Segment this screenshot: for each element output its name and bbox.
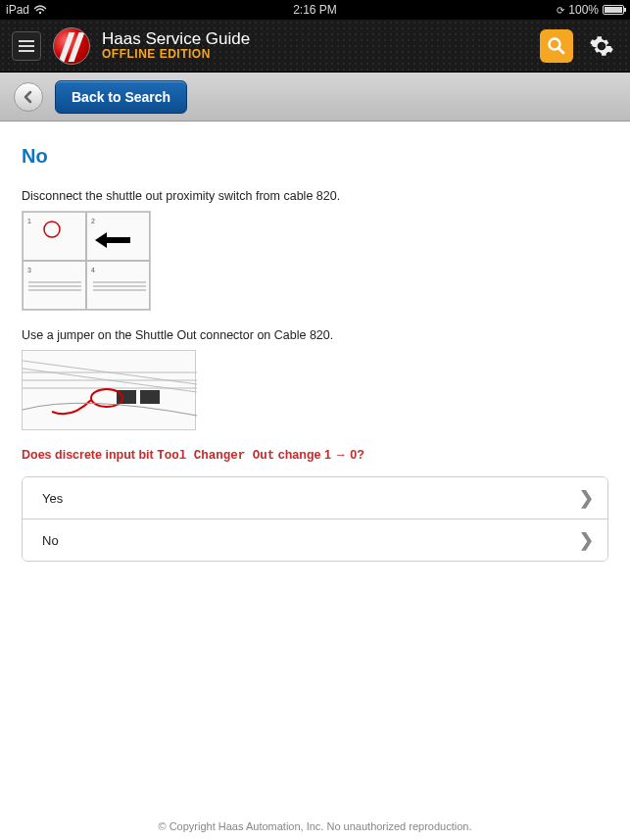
clock: 2:16 PM	[293, 3, 337, 17]
search-icon	[547, 36, 566, 56]
orientation-lock-icon: ⟳	[557, 5, 564, 16]
wifi-icon	[33, 5, 47, 15]
content: No Disconnect the shuttle out proximity …	[0, 122, 630, 562]
svg-text:2: 2	[91, 218, 95, 224]
option-label: Yes	[42, 491, 63, 506]
svg-marker-4	[95, 232, 130, 248]
question-suffix: change 1 → 0?	[274, 448, 364, 462]
svg-text:4: 4	[91, 267, 95, 273]
chevron-left-icon	[23, 90, 34, 104]
copyright-footer: © Copyright Haas Automation, Inc. No una…	[0, 820, 630, 832]
diagram-disconnect-switch: 1 2 3 4	[22, 211, 151, 311]
svg-point-3	[44, 222, 60, 237]
toolbar: Back to Search	[0, 73, 630, 122]
diagram-jumper-cable	[22, 350, 196, 430]
battery-icon	[603, 5, 624, 15]
app-header: Haas Service Guide OFFLINE EDITION	[0, 20, 630, 73]
question-bit-name: Tool Changer Out	[157, 449, 274, 463]
svg-text:1: 1	[27, 218, 31, 224]
chevron-right-icon: ❯	[579, 529, 594, 551]
settings-button[interactable]	[585, 29, 618, 63]
option-label: No	[42, 533, 59, 548]
app-subtitle: OFFLINE EDITION	[102, 48, 250, 61]
battery-percent: 100%	[568, 3, 599, 17]
chevron-right-icon: ❯	[579, 487, 594, 509]
option-no[interactable]: No ❯	[23, 519, 607, 561]
svg-point-0	[39, 12, 41, 14]
back-to-search-button[interactable]: Back to Search	[55, 80, 187, 114]
instruction-1: Disconnect the shuttle out proximity swi…	[22, 189, 608, 203]
search-button[interactable]	[540, 29, 573, 63]
svg-text:3: 3	[27, 267, 31, 273]
instruction-2: Use a jumper on the Shuttle Out connecto…	[22, 328, 608, 342]
question-prefix: Does discrete input bit	[22, 448, 157, 462]
haas-logo	[53, 27, 90, 65]
gear-icon	[589, 33, 614, 59]
page-title: No	[22, 145, 608, 168]
back-button[interactable]	[14, 82, 43, 112]
status-bar: iPad 2:16 PM ⟳ 100%	[0, 0, 630, 20]
answer-options: Yes ❯ No ❯	[22, 476, 608, 562]
option-yes[interactable]: Yes ❯	[23, 477, 607, 519]
diagnostic-question: Does discrete input bit Tool Changer Out…	[22, 448, 608, 463]
svg-line-2	[558, 48, 563, 53]
svg-rect-10	[140, 390, 160, 404]
app-title: Haas Service Guide	[102, 30, 250, 49]
device-label: iPad	[6, 3, 29, 17]
menu-button[interactable]	[12, 31, 41, 61]
